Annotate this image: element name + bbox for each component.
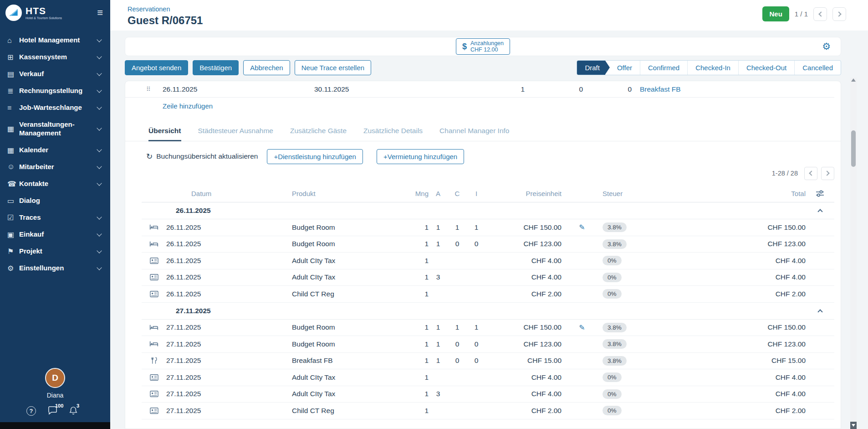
- table-row[interactable]: 27.11.2025 Budget Room 1 1 1 1 CHF 150.0…: [142, 320, 834, 336]
- chevron-down-icon: [97, 181, 102, 186]
- help-icon[interactable]: ?: [26, 406, 36, 416]
- table-row[interactable]: 27.11.2025 Budget Room 1 1 0 0 CHF 123.0…: [142, 336, 834, 353]
- table-row[interactable]: 27.11.2025 Adult CIty Tax 1 3 CHF 4.00 ✎…: [142, 386, 834, 403]
- sidebar-item-job-warteschlange[interactable]: ≡ Job-Warteschlange: [0, 99, 110, 116]
- add-rental-button[interactable]: +Vermietung hinzufügen: [377, 149, 464, 164]
- cell-datum: 27.11.2025: [166, 373, 292, 382]
- table-row[interactable]: 26.11.2025 Child CT Reg 1 CHF 2.00 ✎ 0% …: [142, 286, 834, 303]
- tab-zus-tzliche-details[interactable]: Zusätzliche Details: [363, 127, 423, 141]
- record-pagination: 1 / 1: [795, 10, 808, 18]
- sidebar-item-einkauf[interactable]: ▣ Einkauf: [0, 226, 110, 243]
- sidebar-item-mitarbeiter[interactable]: ☺ Mitarbeiter: [0, 159, 110, 176]
- sidebar-item-kalender[interactable]: ▦ Kalender: [0, 142, 110, 159]
- sidebar-item-dialog[interactable]: ▭ Dialog: [0, 192, 110, 209]
- id-card-icon: [142, 408, 166, 414]
- add-row-link[interactable]: Zeile hinzufügen: [163, 102, 213, 110]
- sidebar-item-traces[interactable]: ☑ Traces: [0, 209, 110, 226]
- project-icon: ⚑: [7, 247, 19, 256]
- status-step-checked-out[interactable]: Checked-Out: [738, 61, 794, 75]
- cell-c: 0: [448, 340, 467, 348]
- tab-st-dtesteuer-ausnahme[interactable]: Städtesteuer Ausnahme: [198, 127, 273, 141]
- col-header-a: A: [429, 190, 448, 197]
- status-pipeline: DraftOfferConfirmedChecked-InChecked-Out…: [577, 60, 841, 75]
- status-step-confirmed[interactable]: Confirmed: [640, 61, 687, 75]
- scrollbar-up-arrow[interactable]: [851, 78, 856, 82]
- scrollbar-down-arrow[interactable]: [850, 422, 857, 429]
- deposit-button[interactable]: $ Anzahlungen CHF 12.00: [456, 38, 510, 55]
- menu-toggle-icon[interactable]: ≡: [97, 8, 103, 18]
- sidebar-item-kassensystem[interactable]: ⊞ Kassensystem: [0, 49, 110, 66]
- edit-price-icon[interactable]: ✎: [562, 223, 602, 232]
- chevron-down-icon: [97, 248, 102, 253]
- cell-mng: 1: [397, 273, 429, 281]
- status-step-checked-in[interactable]: Checked-In: [687, 61, 738, 75]
- cell-a: 1: [429, 357, 448, 365]
- status-step-draft[interactable]: Draft: [577, 61, 605, 75]
- add-service-button[interactable]: +Dienstleistung hinzufügen: [267, 149, 363, 164]
- stay-table-row[interactable]: ⠿ 26.11.2025 30.11.2025 1 0 0 Breakfast …: [125, 81, 834, 98]
- table-row[interactable]: 26.11.2025 Budget Room 1 1 0 0 CHF 123.0…: [142, 236, 834, 253]
- gear-icon[interactable]: ⚙: [822, 41, 831, 52]
- scrollbar-thumb[interactable]: [851, 130, 856, 167]
- table-row[interactable]: 27.11.2025 Adult CIty Tax 1 CHF 4.00 ✎ 0…: [142, 369, 834, 386]
- sidebar-item-rechnungsstellung[interactable]: ≣ Rechnungsstellung: [0, 83, 110, 99]
- cell-datum: 27.11.2025: [166, 340, 292, 348]
- sidebar-item-verkauf[interactable]: ▤ Verkauf: [0, 66, 110, 83]
- breadcrumb[interactable]: Reservationen: [128, 5, 203, 13]
- purchasing-icon: ▣: [7, 230, 19, 239]
- refresh-booking-overview[interactable]: ↻ Buchungsübersicht aktualisieren: [146, 152, 258, 161]
- table-row[interactable]: 27.11.2025 Child CT Reg 1 CHF 2.00 ✎ 0% …: [142, 403, 834, 419]
- bed-icon: [142, 241, 166, 248]
- dialog-icon: ▭: [7, 196, 19, 205]
- tax-badge: 0%: [602, 289, 622, 299]
- collapse-chevron-icon[interactable]: [806, 308, 834, 314]
- sidebar-item-veranstaltungen-management[interactable]: ▦ Veranstaltungen-Management: [0, 116, 110, 142]
- drag-handle-icon[interactable]: ⠿: [146, 86, 159, 93]
- chat-badge: 100: [55, 403, 63, 408]
- table-next-button[interactable]: [821, 167, 834, 180]
- tab-bersicht[interactable]: Übersicht: [148, 127, 181, 141]
- app-logo[interactable]: HTS Hotel & Tourism Solutions: [5, 5, 62, 21]
- avatar[interactable]: D: [45, 368, 65, 388]
- table-prev-button[interactable]: [804, 167, 817, 180]
- table-row[interactable]: 27.11.2025 Breakfast FB 1 1 0 0 CHF 15.0…: [142, 353, 834, 370]
- tab-zus-tzliche-g-ste[interactable]: Zusätzliche Gäste: [290, 127, 347, 141]
- new-button[interactable]: Neu: [762, 6, 789, 21]
- new-trace-button[interactable]: Neue Trace erstellen: [295, 60, 371, 75]
- chevron-down-icon: [97, 126, 102, 131]
- sidebar-bottom-strip: [0, 422, 110, 429]
- tax-badge: 3.8%: [602, 239, 627, 249]
- table-row[interactable]: 26.11.2025 Adult CIty Tax 1 3 CHF 4.00 ✎…: [142, 269, 834, 286]
- package-link[interactable]: Breakfast FB: [632, 85, 834, 93]
- chevron-down-icon: [97, 231, 102, 236]
- chat-icon[interactable]: 100: [48, 406, 57, 417]
- edit-price-icon[interactable]: ✎: [562, 323, 602, 332]
- refresh-icon: ↻: [146, 152, 153, 161]
- sidebar-item-einstellungen[interactable]: ⚙ Einstellungen: [0, 260, 110, 277]
- chevron-down-icon: [97, 164, 102, 169]
- prev-record-button[interactable]: [813, 7, 827, 21]
- cell-c: 0: [448, 357, 467, 365]
- status-step-cancelled[interactable]: Cancelled: [794, 61, 841, 75]
- sidebar-item-hotel-management[interactable]: ⌂ Hotel Management: [0, 32, 110, 49]
- tab-channel-manager-info[interactable]: Channel Manager Info: [439, 127, 509, 141]
- next-record-button[interactable]: [832, 7, 846, 21]
- sidebar: HTS Hotel & Tourism Solutions ≡ ⌂ Hotel …: [0, 0, 110, 429]
- cell-datum: 27.11.2025: [166, 407, 292, 415]
- bell-icon[interactable]: 3: [69, 406, 77, 417]
- id-card-icon: [142, 258, 166, 264]
- table-row[interactable]: 26.11.2025 Adult CIty Tax 1 CHF 4.00 ✎ 0…: [142, 253, 834, 269]
- sidebar-item-kontakte[interactable]: ☎ Kontakte: [0, 176, 110, 192]
- confirm-button[interactable]: Bestätigen: [193, 60, 239, 75]
- table-group-header: 26.11.2025: [142, 202, 834, 219]
- table-row[interactable]: 26.11.2025 Budget Room 1 1 1 1 CHF 150.0…: [142, 219, 834, 236]
- topbar-left: Reservationen Guest R/06751: [128, 5, 203, 31]
- status-step-offer[interactable]: Offer: [605, 61, 640, 75]
- sidebar-item-projekt[interactable]: ⚑ Projekt: [0, 243, 110, 260]
- send-offer-button[interactable]: Angebot senden: [125, 60, 188, 75]
- cancel-button[interactable]: Abbrechen: [243, 60, 290, 75]
- cell-datum: 26.11.2025: [166, 257, 292, 265]
- collapse-chevron-icon[interactable]: [806, 208, 834, 213]
- column-settings-icon[interactable]: [806, 190, 834, 197]
- stay-n2: 0: [525, 85, 583, 93]
